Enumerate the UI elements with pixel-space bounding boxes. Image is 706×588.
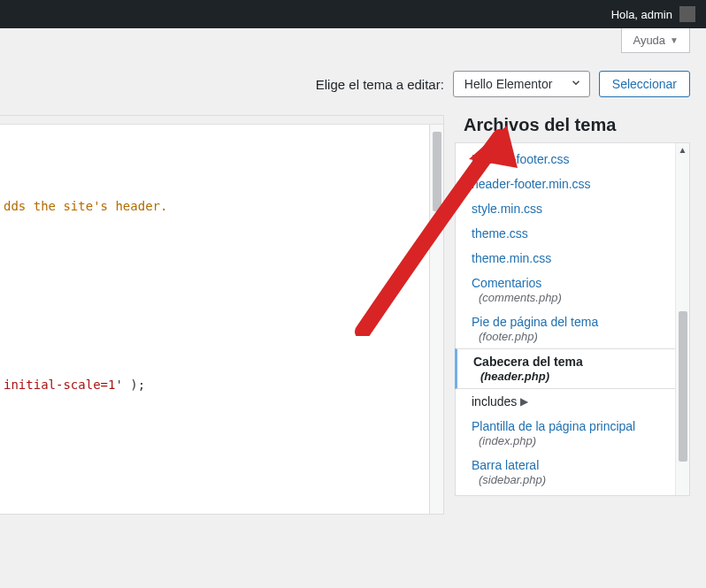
file-title: theme.min.css <box>472 251 551 265</box>
file-scroll-area[interactable]: Header-footer.css header-footer.min.css … <box>456 143 689 495</box>
theme-dropdown[interactable]: Hello Elementor <box>453 71 590 97</box>
file-item[interactable]: Comentarios (comments.php) <box>456 271 689 309</box>
help-label: Ayuda <box>633 34 665 47</box>
admin-greeting[interactable]: Hola, admin <box>611 6 695 22</box>
file-list: Header-footer.css header-footer.min.css … <box>455 142 690 496</box>
file-sub: (footer.php) <box>472 330 677 343</box>
editor-column: dds the site's header. initial-scale=1' … <box>0 115 444 515</box>
screen-meta: Ayuda ▼ <box>0 28 706 53</box>
file-item-active[interactable]: Cabecera del tema (header.php) <box>455 348 690 389</box>
file-item[interactable]: Plantilla de la página principal (index.… <box>456 414 689 453</box>
file-section-includes[interactable]: includes ▶ <box>456 389 689 414</box>
file-title: includes <box>472 394 517 409</box>
avatar-icon <box>679 6 695 22</box>
editor-scrollbar-thumb[interactable] <box>433 132 441 211</box>
caret-down-icon: ▼ <box>670 35 679 45</box>
file-list-scrollbar-thumb[interactable] <box>679 311 687 462</box>
code-line-string: initial-scale=1' ); <box>4 378 443 392</box>
file-item[interactable]: header-footer.min.css <box>456 172 689 196</box>
file-list-scrollbar[interactable]: ▲ <box>675 143 689 495</box>
chevron-down-icon <box>570 77 582 92</box>
admin-bar: Hola, admin <box>0 0 706 28</box>
file-sub: (index.php) <box>472 434 677 447</box>
file-sub: (comments.php) <box>472 291 677 304</box>
theme-files-sidebar: Archivos del tema Header-footer.css head… <box>455 115 690 496</box>
sidebar-heading: Archivos del tema <box>455 115 690 135</box>
file-title: theme.css <box>472 226 528 241</box>
greeting-text: Hola, admin <box>611 8 672 21</box>
file-title: Plantilla de la página principal <box>472 419 635 433</box>
theme-dropdown-value: Hello Elementor <box>464 77 553 91</box>
file-title: header-footer.min.css <box>472 177 591 191</box>
file-sub: (sidebar.php) <box>472 473 677 486</box>
file-title: style.min.css <box>472 202 542 216</box>
select-button[interactable]: Seleccionar <box>599 71 690 97</box>
file-title: Comentarios <box>472 276 541 290</box>
main-area: dds the site's header. initial-scale=1' … <box>0 115 690 515</box>
file-item[interactable]: theme.css <box>456 221 689 246</box>
file-title: Cabecera del tema <box>473 355 583 369</box>
file-item[interactable]: theme.min.css <box>456 246 689 271</box>
file-title: Barra lateral <box>472 458 539 472</box>
file-sub: (header.php) <box>473 370 677 383</box>
editor-body[interactable]: dds the site's header. initial-scale=1' … <box>0 125 443 514</box>
file-item[interactable]: style.min.css <box>456 196 689 221</box>
help-tab[interactable]: Ayuda ▼ <box>621 28 690 53</box>
editor-scrollbar[interactable] <box>429 125 443 514</box>
file-title: Pie de página del tema <box>472 315 598 329</box>
content-wrap: Elige el tema a editar: Hello Elementor … <box>0 53 706 515</box>
editor-tab-bar <box>0 116 443 125</box>
code-editor[interactable]: dds the site's header. initial-scale=1' … <box>0 115 444 515</box>
file-title: Header-footer.css <box>472 152 570 166</box>
theme-selector-label: Elige el tema a editar: <box>316 77 444 92</box>
scroll-up-icon[interactable]: ▲ <box>679 145 687 155</box>
theme-selector-row: Elige el tema a editar: Hello Elementor … <box>0 71 690 97</box>
caret-right-icon: ▶ <box>520 395 528 408</box>
file-item[interactable]: Barra lateral (sidebar.php) <box>456 453 689 492</box>
file-item[interactable]: Header-footer.css <box>456 147 689 172</box>
file-item[interactable]: Pie de página del tema (footer.php) <box>456 309 689 348</box>
code-line-comment: dds the site's header. <box>4 199 443 213</box>
